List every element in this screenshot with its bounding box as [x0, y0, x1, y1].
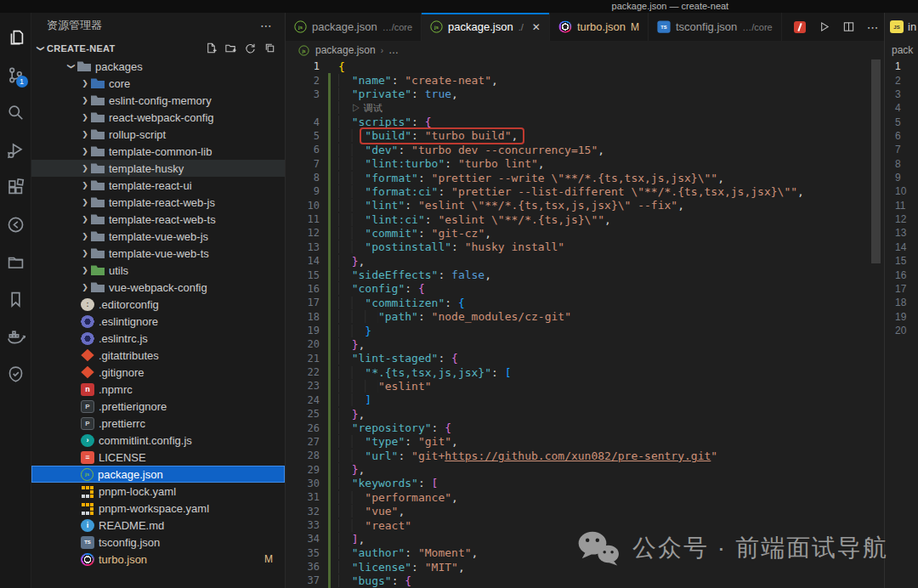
code-line[interactable]: 13 "postinstall": "husky install" [286, 240, 884, 254]
tree-item-.prettierrc[interactable]: .prettierrc [31, 415, 285, 432]
code-line[interactable]: 20 [885, 324, 918, 337]
code-line[interactable]: 26 "repository": { [286, 421, 884, 434]
tree-item-template-react-web-js[interactable]: ❯template-react-web-js [31, 194, 285, 211]
tab-package.json[interactable]: package.json…/core [286, 13, 422, 41]
docker-icon[interactable] [0, 318, 31, 355]
tree-item-.gitignore[interactable]: .gitignore [31, 364, 285, 381]
tab-package.json[interactable]: package.json./✕ [422, 13, 550, 41]
search-icon[interactable] [0, 93, 31, 131]
code-line[interactable]: 24 ] [286, 393, 884, 407]
gitlens-icon[interactable] [0, 206, 31, 243]
code-line[interactable]: 27 "type": "git", [286, 435, 884, 449]
code-line[interactable]: 29 }, [286, 462, 884, 476]
tree-item-template-react-ui[interactable]: ❯template-react-ui [31, 177, 285, 194]
refresh-icon[interactable] [244, 42, 257, 54]
tree-item-template-vue-web-ts[interactable]: ❯template-vue-web-ts [31, 245, 285, 262]
code-line[interactable]: 15 [885, 254, 918, 268]
bookmarks-icon[interactable] [0, 280, 31, 318]
more-actions-icon[interactable]: ⋯ [867, 20, 880, 34]
code-line[interactable]: 2 [885, 73, 918, 87]
run-icon[interactable] [818, 20, 830, 33]
tree-item-LICENSE[interactable]: LICENSE [31, 449, 285, 466]
code-line[interactable]: 32 "vue", [286, 505, 884, 518]
tree-item-turbo.json[interactable]: turbo.jsonM [31, 551, 285, 568]
code-line[interactable]: 4 "scripts": { [286, 115, 884, 128]
code-line[interactable]: 17 "commitizen": { [286, 296, 884, 309]
tree-item-tsconfig.json[interactable]: tsconfig.json [31, 534, 285, 551]
code-line[interactable]: 12 [885, 212, 918, 226]
tab-turbo.json[interactable]: turbo.jsonM [550, 13, 649, 41]
tree-item-commitlint.config.js[interactable]: commitlint.config.js [31, 432, 285, 449]
code-line[interactable]: 6 "dev": "turbo dev --concurrency=15", [286, 143, 884, 156]
tree-item-packages[interactable]: ❯packages [31, 58, 285, 75]
code-line[interactable]: 37 "bugs": { [286, 574, 884, 587]
tree-item-eslint-config-memory[interactable]: ❯eslint-config-memory [31, 92, 285, 109]
code-line[interactable]: 14 }, [286, 254, 884, 268]
code-line[interactable]: 13 [885, 226, 918, 240]
breadcrumb[interactable]: package.json › … [286, 41, 884, 59]
code-line[interactable]: 22 "*.{ts,tsx,js,jsx}": [ [286, 365, 884, 379]
project-section-header[interactable]: ❯ CREATE-NEAT [31, 38, 285, 58]
tab-index-js[interactable]: in [885, 13, 918, 41]
code-line[interactable]: 3 [885, 88, 918, 101]
tree-item-react-webpack-config[interactable]: ❯react-webpack-config [31, 109, 285, 126]
code-line[interactable]: 18 "path": "node_modules/cz-git" [286, 309, 884, 323]
code-line[interactable]: 7 [885, 143, 918, 156]
codelens-debug[interactable]: ▷ 调试 [352, 103, 382, 113]
codelens-row[interactable]: ▷ 调试 [286, 101, 884, 115]
explorer-icon[interactable] [0, 19, 31, 56]
tree-item-template-vue-web-js[interactable]: ❯template-vue-web-js [31, 228, 285, 245]
code-line[interactable]: 23 "eslint" [286, 379, 884, 393]
tree-item-.eslintignore[interactable]: .eslintignore [31, 313, 285, 330]
tree-item-template-husky[interactable]: ❯template-husky [31, 160, 285, 177]
tree-item-template-common-lib[interactable]: ❯template-common-lib [31, 143, 285, 160]
code-line[interactable]: 5 "build": "turbo build", [286, 129, 884, 143]
tree-item-README.md[interactable]: README.md [31, 517, 285, 534]
code-line[interactable]: 1 [885, 59, 918, 73]
code-line[interactable]: 16 "config": { [286, 282, 884, 296]
new-folder-icon[interactable] [224, 42, 237, 54]
breadcrumb-file[interactable]: package.json [315, 44, 376, 56]
code-line[interactable]: 18 [885, 296, 918, 309]
code-line[interactable]: 4 [885, 101, 918, 115]
tree-item-pnpm-workspace.yaml[interactable]: pnpm-workspace.yaml [31, 500, 285, 517]
tree-item-.gitattributes[interactable]: .gitattributes [31, 347, 285, 364]
tree-item-rollup-script[interactable]: ❯rollup-script [31, 126, 285, 143]
code-line[interactable]: 9 [885, 171, 918, 184]
code-line[interactable]: 14 [885, 240, 918, 254]
tree-item-utils[interactable]: ❯utils [31, 262, 285, 279]
code-line[interactable]: 3 "private": true, [286, 88, 884, 101]
code-line[interactable]: 10 [885, 184, 918, 198]
close-icon[interactable]: ✕ [532, 21, 541, 33]
source-control-icon[interactable]: 1 [0, 56, 31, 93]
code-line[interactable]: 12 "commit": "git-cz", [286, 226, 884, 240]
tab-tsconfig.json[interactable]: tsconfig.json…/core [649, 13, 782, 41]
editor-scrollbar[interactable] [871, 59, 881, 263]
code-line[interactable]: 16 [885, 268, 918, 281]
tree-item-.editorconfig[interactable]: .editorconfig [31, 296, 285, 313]
tree-item-vue-webpack-config[interactable]: ❯vue-webpack-config [31, 279, 285, 296]
code-editor-2[interactable]: 1234567891011121314151617181920 [885, 59, 918, 337]
testing-icon[interactable] [0, 355, 31, 393]
sidebar-more-icon[interactable]: ⋯ [260, 19, 273, 32]
tree-item-package.json[interactable]: package.json [31, 466, 285, 483]
code-editor[interactable]: 1{2 "name": "create-neat",3 "private": t… [286, 59, 884, 588]
code-line[interactable]: 17 [885, 282, 918, 296]
code-line[interactable]: 28 "url": "git+https://github.com/xun082… [286, 449, 884, 462]
code-line[interactable]: 30 "keywords": [ [286, 477, 884, 490]
project-folder-icon[interactable] [0, 243, 31, 280]
code-line[interactable]: 9 "format:ci": "prettier --list-differen… [286, 184, 884, 198]
code-line[interactable]: 15 "sideEffects": false, [286, 268, 884, 281]
tree-item-.npmrc[interactable]: .npmrc [31, 381, 285, 398]
code-line[interactable]: 11 "lint:ci": "eslint \"**/*.{ts,js}\"", [286, 212, 884, 226]
code-line[interactable]: 7 "lint:turbo": "turbo lint", [286, 157, 884, 171]
run-debug-icon[interactable] [0, 131, 31, 168]
code-line[interactable]: 10 "lint": "eslint \"**/*.{ts,tsx,js,jsx… [286, 199, 884, 212]
code-line[interactable]: 1{ [286, 59, 884, 73]
code-line[interactable]: 21 "lint-staged": { [286, 352, 884, 365]
tree-item-template-react-web-ts[interactable]: ❯template-react-web-ts [31, 211, 285, 228]
tree-item-.eslintrc.js[interactable]: .eslintrc.js [31, 330, 285, 347]
breadcrumb-2[interactable]: pack [885, 41, 918, 59]
code-line[interactable]: 5 [885, 115, 918, 128]
code-line[interactable]: 6 [885, 129, 918, 143]
